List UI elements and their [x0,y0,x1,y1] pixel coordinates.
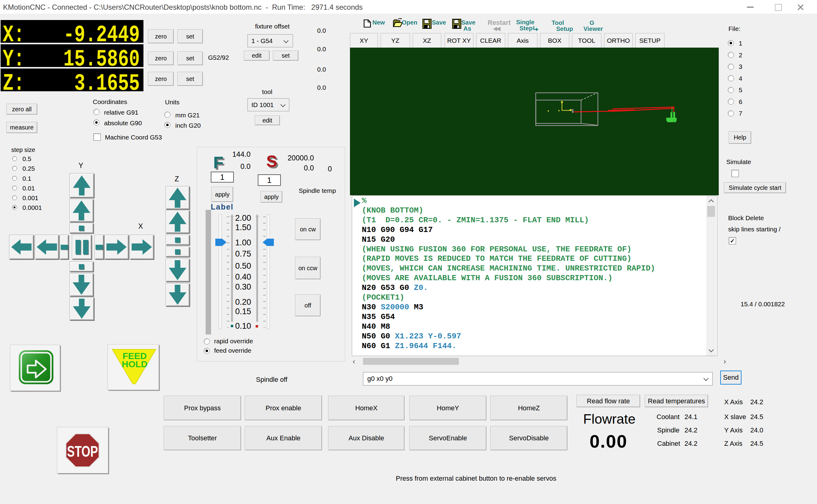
svg-text:HOLD: HOLD [122,359,148,369]
svg-text:STOP: STOP [67,443,98,460]
